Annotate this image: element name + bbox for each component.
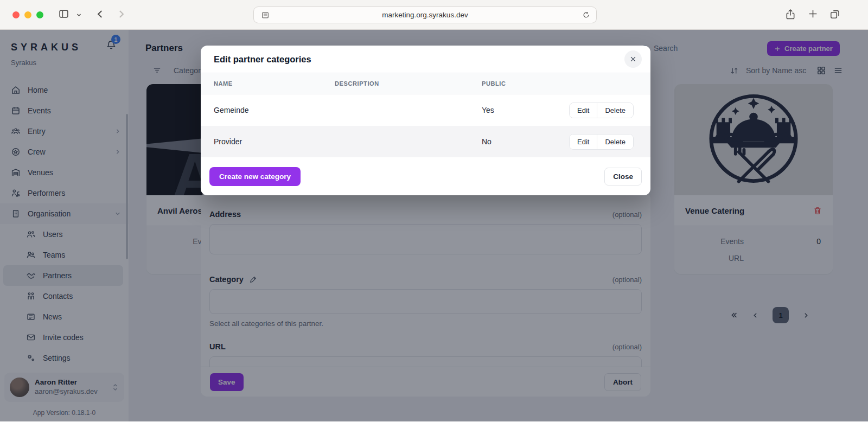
zoom-window-button[interactable] — [36, 11, 43, 18]
category-row-gemeinde: Gemeinde Yes Edit Delete — [201, 94, 650, 126]
forward-button[interactable] — [116, 9, 126, 20]
close-window-button[interactable] — [12, 11, 20, 18]
site-settings-icon[interactable] — [261, 11, 270, 20]
sidebar-chevron-icon[interactable] — [76, 12, 82, 18]
browser-chrome: marketing.org.syrakus.dev — [0, 0, 868, 30]
delete-category-button[interactable]: Delete — [597, 135, 633, 149]
url-text: marketing.org.syrakus.dev — [254, 11, 596, 19]
modal-title: Edit partner categories — [214, 54, 311, 65]
category-public: No — [482, 137, 564, 146]
column-name: NAME — [214, 80, 335, 87]
share-icon[interactable] — [785, 9, 796, 20]
delete-category-button[interactable]: Delete — [597, 103, 633, 118]
sidebar-toggle-icon[interactable] — [58, 9, 69, 19]
categories-table-header: NAME DESCRIPTION PUBLIC — [201, 73, 650, 94]
close-button[interactable]: Close — [604, 168, 642, 186]
edit-category-button[interactable]: Edit — [570, 135, 597, 149]
new-tab-icon[interactable] — [808, 9, 818, 19]
tab-overview-icon[interactable] — [829, 9, 840, 20]
category-public: Yes — [482, 106, 564, 114]
close-icon — [629, 55, 637, 63]
column-description: DESCRIPTION — [335, 80, 482, 87]
edit-category-button[interactable]: Edit — [570, 103, 597, 118]
address-bar[interactable]: marketing.org.syrakus.dev — [253, 7, 597, 23]
minimize-window-button[interactable] — [24, 11, 31, 18]
edit-partner-categories-modal: Edit partner categories NAME DESCRIPTION… — [201, 46, 650, 195]
column-public: PUBLIC — [482, 80, 564, 87]
category-name: Gemeinde — [214, 106, 335, 114]
create-new-category-button[interactable]: Create new category — [209, 167, 301, 186]
window-controls — [12, 11, 43, 18]
category-name: Provider — [214, 137, 335, 146]
app-window: SYRAKUS 1 Syrakus Home Events Entry Crew — [0, 30, 868, 421]
back-button[interactable] — [95, 9, 106, 20]
category-row-provider: Provider No Edit Delete — [201, 126, 650, 157]
close-modal-button[interactable] — [624, 50, 642, 68]
reload-icon[interactable] — [582, 11, 590, 19]
